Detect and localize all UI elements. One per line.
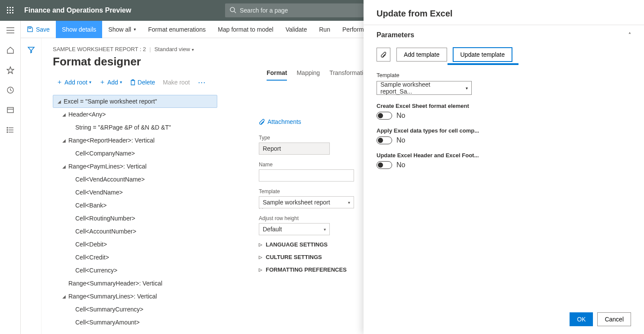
tree-node[interactable]: String = "&RPage &P of &N &D &T"	[53, 121, 217, 134]
show-all-label: Show all	[108, 26, 131, 33]
tree-node[interactable]: Cell<Debit>	[53, 238, 217, 251]
attachment-icon-button[interactable]	[377, 48, 390, 62]
tree-node[interactable]: Cell<CompanyName>	[53, 147, 217, 160]
toggle-data-types-label: Apply Excel data types for cell comp...	[377, 127, 631, 134]
parameters-header[interactable]: Parameters ˄	[377, 31, 631, 39]
tree-node[interactable]: ◢Excel = "Sample worksheet report"	[53, 95, 217, 108]
chevron-down-icon: ▾	[466, 86, 468, 91]
svg-point-22	[7, 132, 8, 133]
collapse-icon[interactable]: ◢	[60, 138, 68, 143]
tree-node-label: Excel = "Sample worksheet report"	[64, 98, 157, 105]
svg-rect-23	[29, 27, 31, 29]
template-select[interactable]: Sample worksheet report▾	[259, 196, 354, 208]
tree-node-label: Header<Any>	[68, 111, 106, 118]
clock-icon[interactable]	[5, 85, 16, 95]
validate-button[interactable]: Validate	[280, 21, 313, 38]
show-all-button[interactable]: Show all▾	[102, 21, 142, 38]
tree-node[interactable]: Cell<AccountNumber>	[53, 225, 217, 238]
collapse-icon[interactable]: ◢	[60, 112, 68, 117]
show-details-button[interactable]: Show details	[56, 21, 102, 38]
toggle-data-types-value: No	[396, 136, 405, 144]
tree-node-label: Range<ReportHeader>: Vertical	[68, 137, 155, 144]
cancel-button[interactable]: Cancel	[597, 312, 631, 326]
view-selector[interactable]: Standard view ▾	[155, 46, 194, 52]
view-label: Standard view	[155, 46, 190, 52]
name-field[interactable]	[259, 169, 354, 182]
tree-node[interactable]: Cell<Currency>	[53, 264, 217, 277]
tree-node[interactable]: Cell<SummaryAmount>	[53, 316, 217, 329]
filter-column	[21, 38, 42, 334]
collapse-icon[interactable]: ◢	[60, 164, 68, 169]
plus-icon: ＋	[56, 78, 63, 86]
tree-node[interactable]: Cell<RoutingNumber>	[53, 212, 217, 225]
delete-button[interactable]: Delete	[126, 77, 158, 88]
svg-rect-1	[10, 7, 11, 8]
ok-button[interactable]: OK	[570, 312, 593, 326]
save-button[interactable]: Save	[21, 21, 56, 38]
template-value: Sample worksheet report	[263, 199, 330, 206]
svg-rect-6	[7, 12, 8, 13]
flyout-template-select[interactable]: Sample worksheet report_Sa... ▾	[377, 81, 472, 95]
tree-node[interactable]: Cell<Credit>	[53, 251, 217, 264]
tree-node-label: Range<PaymLines>: Vertical	[68, 163, 147, 170]
row-height-label: Adjust row height	[259, 215, 347, 221]
more-icon[interactable]: ⋯	[194, 78, 209, 87]
tree-node[interactable]: Cell<VendAccountName>	[53, 173, 217, 186]
tree-node[interactable]: ◢Range<SummaryLines>: Vertical	[53, 290, 217, 303]
update-template-button[interactable]: Update template	[453, 48, 512, 62]
add-button[interactable]: ＋Add▾	[96, 76, 126, 88]
section-culture-label: CULTURE SETTINGS	[266, 254, 322, 260]
format-enumerations-button[interactable]: Format enumerations	[142, 21, 212, 38]
left-rail	[0, 21, 21, 334]
row-height-value: Default	[263, 226, 282, 233]
detail-panel: Attachments Type Name Template Sample wo…	[217, 95, 347, 329]
list-icon[interactable]	[5, 125, 16, 135]
search-icon	[229, 6, 236, 15]
home-icon[interactable]	[5, 45, 16, 55]
tree-node[interactable]: ◢Range<ReportHeader>: Vertical	[53, 134, 217, 147]
flyout-footer: OK Cancel	[570, 312, 631, 326]
add-root-button[interactable]: ＋Add root▾	[53, 76, 95, 88]
make-root-button: Make root	[159, 77, 193, 88]
update-from-excel-panel: Update from Excel Parameters ˄ Add templ…	[364, 0, 644, 334]
tree-node-label: Cell<SummaryCurrency>	[75, 306, 143, 313]
tree-node[interactable]: Cell<VendName>	[53, 186, 217, 199]
tab-mapping[interactable]: Mapping	[296, 69, 320, 81]
module-icon[interactable]	[5, 105, 16, 115]
row-height-select[interactable]: Default▾	[259, 223, 330, 235]
svg-rect-7	[10, 12, 11, 13]
tree-node[interactable]: Range<SummaryHeader>: Vertical	[53, 277, 217, 290]
section-formatting[interactable]: ▷FORMATTING PREFERENCES	[259, 266, 347, 273]
svg-rect-5	[12, 10, 13, 11]
collapse-icon[interactable]: ◢	[60, 294, 68, 299]
tree-node-label: Cell<Currency>	[75, 267, 117, 274]
toggle-create-sheet-switch[interactable]	[377, 112, 392, 120]
tree-node-label: Cell<VendAccountName>	[75, 176, 145, 183]
search-input[interactable]	[225, 3, 364, 17]
run-button[interactable]: Run	[313, 21, 336, 38]
tree-node-label: Cell<CompanyName>	[75, 150, 135, 157]
waffle-icon[interactable]	[0, 0, 21, 21]
star-icon[interactable]	[5, 65, 16, 75]
toggle-data-types-switch[interactable]	[377, 136, 392, 144]
tree-node[interactable]: ◢Range<PaymLines>: Vertical	[53, 160, 217, 173]
svg-rect-4	[10, 10, 11, 11]
chevron-down-icon: ▾	[120, 80, 122, 84]
add-template-button[interactable]: Add template	[396, 48, 447, 62]
map-format-button[interactable]: Map format to model	[212, 21, 279, 38]
filter-icon[interactable]	[27, 46, 35, 334]
section-language[interactable]: ▷LANGUAGE SETTINGS	[259, 241, 347, 248]
attachments-link[interactable]: Attachments	[259, 118, 347, 125]
tab-format[interactable]: Format	[267, 69, 287, 81]
section-culture[interactable]: ▷CULTURE SETTINGS	[259, 254, 347, 260]
type-field	[259, 143, 330, 155]
tree-node[interactable]: Cell<Bank>	[53, 199, 217, 212]
app-title: Finance and Operations Preview	[24, 6, 131, 14]
toggle-header-footer-switch[interactable]	[377, 161, 392, 169]
tree-node-label: Range<SummaryLines>: Vertical	[68, 293, 157, 300]
tree-node[interactable]: ◢Header<Any>	[53, 108, 217, 121]
hamburger-icon[interactable]	[5, 25, 16, 36]
tree-node[interactable]: Cell<SummaryCurrency>	[53, 303, 217, 316]
collapse-icon[interactable]: ◢	[55, 99, 64, 104]
tree-node-label: Cell<RoutingNumber>	[75, 215, 135, 222]
